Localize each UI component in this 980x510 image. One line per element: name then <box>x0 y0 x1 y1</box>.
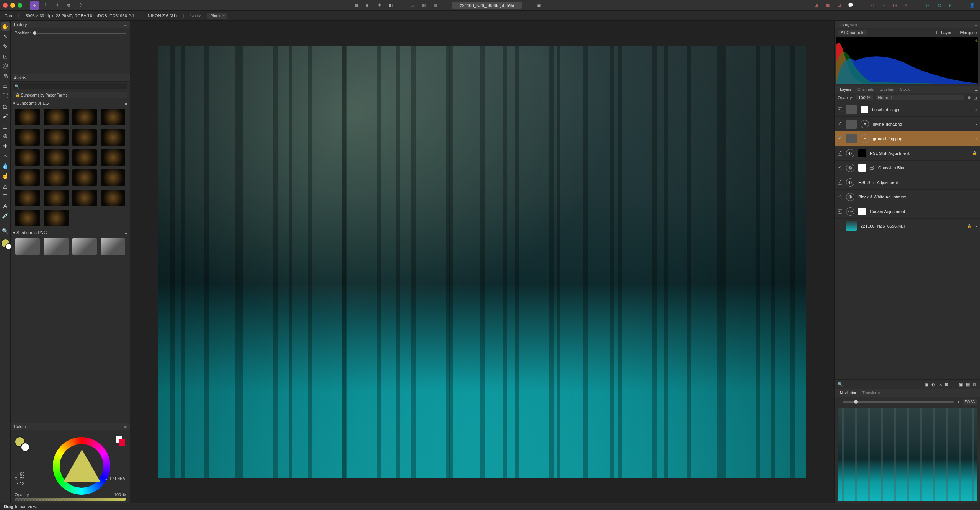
tab-stock[interactable]: Stock <box>897 86 913 93</box>
develop-persona-button[interactable]: ☀ <box>53 1 62 10</box>
minimize-window-icon[interactable] <box>10 3 15 8</box>
asset-thumb[interactable] <box>44 109 68 125</box>
colour-panel-header[interactable]: Colour ≡ <box>11 423 130 430</box>
asset-thumb[interactable] <box>72 149 97 166</box>
shape-tool[interactable]: ▢ <box>1 192 10 200</box>
layer-row[interactable]: ◑ Black & White Adjustment <box>835 190 980 204</box>
asset-thumb[interactable] <box>72 129 97 146</box>
asset-thumb[interactable] <box>101 149 125 166</box>
visibility-toggle[interactable] <box>838 209 842 214</box>
mask-btn[interactable]: ▣ <box>924 382 928 387</box>
sharpen-tool[interactable]: △ <box>1 182 10 190</box>
fg-bg-swatch[interactable] <box>15 436 25 447</box>
magic-wand-tool[interactable]: ⁂ <box>1 72 10 80</box>
dodge-tool[interactable]: ○ <box>1 152 10 160</box>
histogram-channel-select[interactable]: All Channels <box>838 30 867 35</box>
chevron-icon[interactable]: › <box>975 107 977 112</box>
layer-row[interactable]: ◎ ⛓ Gaussian Blur <box>835 161 980 175</box>
gradient-tool[interactable]: ▨ <box>1 102 10 110</box>
lock-icon[interactable]: 🔒 <box>967 224 972 228</box>
asset-thumb[interactable] <box>72 238 97 255</box>
blur-tool[interactable]: 💧 <box>1 162 10 170</box>
tb-btn-a[interactable]: ▦ <box>352 1 361 10</box>
asset-thumb[interactable] <box>15 169 40 186</box>
tb-mask-b[interactable]: · <box>546 1 555 10</box>
asset-thumb[interactable] <box>44 190 68 206</box>
close-window-icon[interactable] <box>3 3 8 8</box>
eyedropper-tool[interactable]: 💉 <box>1 212 10 220</box>
colour-triangle[interactable] <box>64 449 100 482</box>
asset-thumb[interactable] <box>101 190 125 206</box>
asset-thumb[interactable] <box>72 169 97 186</box>
crop-btn[interactable]: ⊡ <box>945 382 948 387</box>
search-icon[interactable]: 🔍 <box>838 382 843 387</box>
asset-thumb[interactable] <box>44 129 68 146</box>
layer-row[interactable]: ◐ HSL Shift Adjustment 🔒 <box>835 146 980 161</box>
panel-menu-icon[interactable]: ≡ <box>124 75 127 80</box>
visibility-toggle[interactable] <box>838 195 842 199</box>
selection-brush-tool[interactable]: ⓢ <box>1 62 10 71</box>
visibility-toggle[interactable] <box>838 107 842 112</box>
document-canvas[interactable] <box>158 46 806 479</box>
chevron-icon[interactable]: › <box>975 224 977 228</box>
group-btn[interactable]: ▣ <box>959 382 963 387</box>
photo-persona-button[interactable]: ◆ <box>30 1 39 10</box>
layer-row[interactable]: bokeh_dust.jpg › <box>835 102 980 117</box>
flood-fill-tool[interactable]: ⛶ <box>1 92 10 100</box>
asset-thumb[interactable] <box>72 109 97 125</box>
zoom-out-btn[interactable]: − <box>838 400 840 404</box>
tab-transform[interactable]: Transform <box>859 390 883 396</box>
asset-thumb[interactable] <box>101 238 125 255</box>
tb-cloud-2[interactable]: ◵ <box>935 1 944 10</box>
asset-thumb[interactable] <box>44 210 68 226</box>
heal-tool[interactable]: ✚ <box>1 142 10 150</box>
eraser-tool[interactable]: ◫ <box>1 122 10 130</box>
units-select[interactable]: Pixels <box>207 13 227 19</box>
tb-btn-d[interactable]: ◧ <box>386 1 395 10</box>
tab-layers[interactable]: Layers <box>837 86 854 93</box>
zoom-in-btn[interactable]: + <box>957 400 959 404</box>
layer-row[interactable]: ◐ HSL Shift Adjustment <box>835 175 980 190</box>
asset-thumb[interactable] <box>15 109 40 125</box>
visibility-toggle[interactable] <box>838 180 842 185</box>
tb-mask-a[interactable]: ▣ <box>534 1 543 10</box>
layer-row[interactable]: 221106_NZ6_6656.NEF 🔒 › <box>835 219 980 233</box>
visibility-toggle[interactable] <box>838 136 842 141</box>
pen-tool[interactable]: ✎ <box>1 42 10 51</box>
panel-menu-icon[interactable]: ≡ <box>124 22 127 27</box>
asset-thumb[interactable] <box>15 129 40 146</box>
zoom-tool[interactable]: 🔍 <box>1 227 10 235</box>
pan-tool[interactable]: ✋ <box>1 22 10 31</box>
layer-row[interactable]: ✦ divine_light.png › <box>835 117 980 131</box>
asset-thumb[interactable] <box>15 149 40 166</box>
panel-menu-icon[interactable]: ≡ <box>975 22 977 27</box>
zoom-slider[interactable] <box>843 401 954 403</box>
visibility-toggle[interactable] <box>838 151 842 156</box>
layer-row[interactable]: ✦ ground_fog.png › <box>835 131 980 146</box>
tb-arr-1[interactable]: ◱ <box>867 1 877 10</box>
tb-arr-2[interactable]: ◲ <box>879 1 888 10</box>
asset-thumb[interactable] <box>44 238 68 255</box>
panel-menu-icon[interactable]: ≡ <box>975 87 978 92</box>
tab-channels[interactable]: Channels <box>854 86 877 93</box>
tab-navigator[interactable]: Navigator <box>837 390 859 396</box>
clone-tool[interactable]: ⊕ <box>1 132 10 140</box>
move-tool[interactable]: ↖ <box>1 32 10 41</box>
panel-menu-icon[interactable]: ≡ <box>975 390 978 395</box>
asset-thumb[interactable] <box>15 190 40 206</box>
add-layer-btn[interactable]: ▤ <box>966 382 970 387</box>
navigator-preview[interactable] <box>838 408 977 501</box>
tb-snap-c[interactable]: ⊡ <box>835 1 844 10</box>
histogram-layer-check[interactable]: ☐ Layer <box>936 30 952 35</box>
assets-search[interactable]: 🔍 <box>13 83 127 89</box>
layer-cog-icon[interactable]: ⚙ <box>967 95 971 100</box>
color-swatch[interactable] <box>1 239 10 248</box>
liquify-persona-button[interactable]: ⦚ <box>41 1 51 10</box>
fx-btn[interactable]: fx <box>938 382 942 387</box>
asset-thumb[interactable] <box>101 109 125 125</box>
tb-cloud-3[interactable]: ◴ <box>946 1 956 10</box>
asset-thumb[interactable] <box>72 190 97 206</box>
assets-panel-header[interactable]: Assets ≡ <box>11 74 130 82</box>
zoom-value[interactable]: 50 % <box>963 399 977 405</box>
tab-brushes[interactable]: Brushes <box>877 86 897 93</box>
